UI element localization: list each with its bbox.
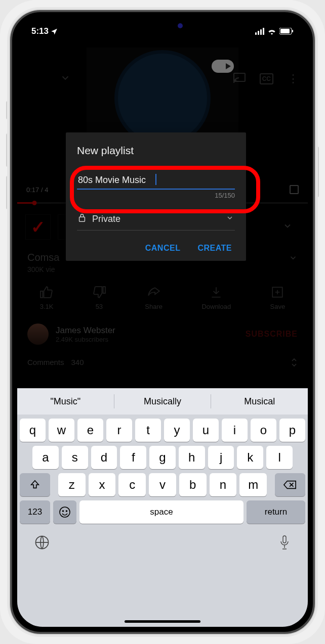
key-i[interactable]: i xyxy=(222,419,248,442)
privacy-selector[interactable]: Private xyxy=(77,209,235,231)
key-q[interactable]: q xyxy=(20,419,46,442)
key-a[interactable]: a xyxy=(32,446,59,469)
key-p[interactable]: p xyxy=(279,419,305,442)
shift-key[interactable] xyxy=(20,473,50,496)
key-l[interactable]: l xyxy=(266,446,293,469)
keyboard: "Music" Musically Musical qwertyuiop asd… xyxy=(17,388,308,627)
key-h[interactable]: h xyxy=(179,446,205,469)
home-indicator[interactable] xyxy=(125,620,200,623)
key-f[interactable]: f xyxy=(120,446,146,469)
dictation-key[interactable] xyxy=(278,535,291,552)
numbers-key[interactable]: 123 xyxy=(20,500,50,524)
lock-icon xyxy=(78,213,86,225)
key-u[interactable]: u xyxy=(193,419,219,442)
key-j[interactable]: j xyxy=(208,446,234,469)
suggestion-bar: "Music" Musically Musical xyxy=(17,388,308,415)
svg-rect-1 xyxy=(280,29,290,33)
key-e[interactable]: e xyxy=(77,419,103,442)
dialog-title: New playlist xyxy=(77,145,235,157)
clock: 5:13 xyxy=(31,26,49,36)
wifi-icon xyxy=(267,28,276,35)
character-counter: 15/150 xyxy=(77,192,235,199)
privacy-label: Private xyxy=(92,214,120,224)
text-cursor xyxy=(155,174,156,185)
key-c[interactable]: c xyxy=(118,473,146,496)
key-r[interactable]: r xyxy=(106,419,132,442)
key-v[interactable]: v xyxy=(149,473,176,496)
key-b[interactable]: b xyxy=(179,473,207,496)
new-playlist-dialog: New playlist 15/150 Private CANCEL xyxy=(66,132,246,261)
location-icon xyxy=(51,28,58,35)
chevron-down-icon xyxy=(226,214,234,224)
return-key[interactable]: return xyxy=(247,500,305,524)
key-g[interactable]: g xyxy=(149,446,176,469)
create-button[interactable]: CREATE xyxy=(197,244,232,253)
svg-point-6 xyxy=(60,507,70,517)
cancel-button[interactable]: CANCEL xyxy=(145,244,181,253)
suggestion[interactable]: "Music" xyxy=(17,396,114,407)
key-s[interactable]: s xyxy=(62,446,88,469)
backspace-key[interactable] xyxy=(275,473,305,496)
key-n[interactable]: n xyxy=(210,473,237,496)
cell-signal-icon xyxy=(255,28,264,35)
key-d[interactable]: d xyxy=(91,446,117,469)
svg-point-7 xyxy=(63,511,64,512)
key-x[interactable]: x xyxy=(89,473,116,496)
suggestion[interactable]: Musically xyxy=(114,396,211,407)
svg-rect-5 xyxy=(79,217,85,221)
key-t[interactable]: t xyxy=(135,419,161,442)
battery-icon xyxy=(279,28,294,35)
key-m[interactable]: m xyxy=(239,473,267,496)
emoji-key[interactable] xyxy=(53,500,76,524)
key-w[interactable]: w xyxy=(49,419,74,442)
svg-point-8 xyxy=(66,511,67,512)
key-y[interactable]: y xyxy=(164,419,190,442)
svg-rect-10 xyxy=(283,536,286,543)
key-k[interactable]: k xyxy=(237,446,263,469)
key-z[interactable]: z xyxy=(58,473,86,496)
globe-key[interactable] xyxy=(34,535,50,552)
suggestion[interactable]: Musical xyxy=(211,396,308,407)
svg-rect-2 xyxy=(292,30,293,32)
key-o[interactable]: o xyxy=(251,419,276,442)
space-key[interactable]: space xyxy=(79,500,243,524)
